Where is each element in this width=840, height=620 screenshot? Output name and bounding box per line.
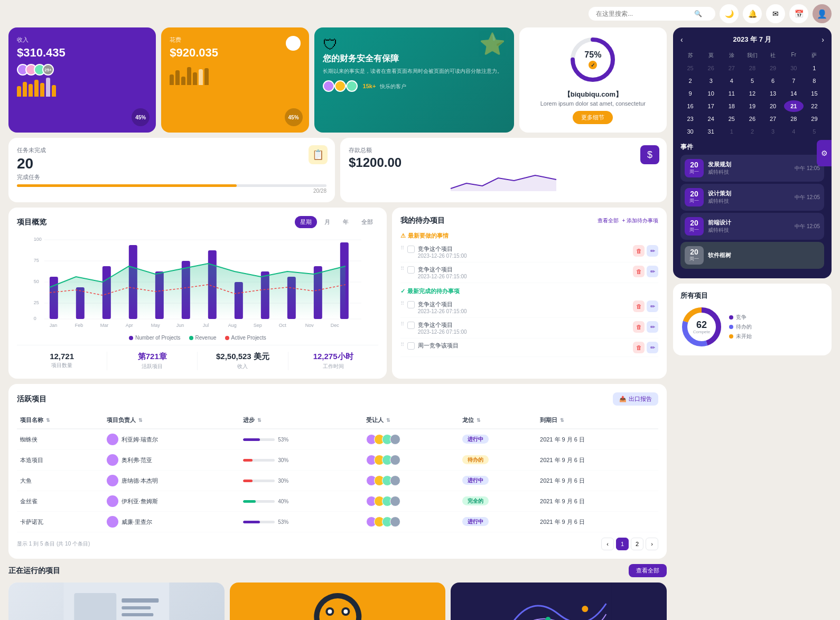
todo-add-button[interactable]: + 添加待办事项	[622, 217, 658, 224]
calendar-day[interactable]: 29	[805, 113, 824, 125]
legend-not-started: 未开始	[729, 333, 752, 340]
todo-checkbox[interactable]	[407, 246, 415, 253]
page-1-button[interactable]: 1	[616, 538, 629, 550]
calendar-day[interactable]: 3	[701, 75, 721, 87]
filter-tab-week[interactable]: 星期	[295, 216, 317, 228]
calendar-day[interactable]: 31	[701, 126, 721, 137]
filter-tab-year[interactable]: 年	[338, 216, 354, 228]
user-avatar[interactable]: 👤	[813, 4, 832, 23]
drag-handle[interactable]: ⠿	[400, 266, 404, 271]
next-page-button[interactable]: ›	[646, 538, 658, 550]
sort-icon[interactable]: ⇅	[138, 418, 143, 423]
calendar-day[interactable]: 8	[805, 75, 824, 87]
calendar-next-button[interactable]: ›	[822, 35, 824, 44]
settings-float-button[interactable]: ⚙	[817, 140, 832, 166]
section-row-main: 项目概览 星期 月 年 全部 100 75 50	[8, 208, 667, 379]
prev-page-button[interactable]: ‹	[601, 538, 614, 550]
filter-tab-month[interactable]: 月	[319, 216, 335, 228]
todo-delete-button[interactable]: 🗑	[633, 266, 645, 277]
calendar-day[interactable]: 2	[680, 75, 700, 87]
calendar-day[interactable]: 9	[680, 88, 700, 99]
todo-checkbox[interactable]	[407, 266, 415, 274]
task-count: 20	[17, 155, 326, 172]
bell-icon[interactable]: 🔔	[743, 4, 762, 23]
calendar-day[interactable]: 22	[805, 100, 824, 112]
calendar-day[interactable]: 26	[742, 113, 762, 125]
todo-delete-button[interactable]: 🗑	[633, 342, 645, 353]
calendar-day[interactable]: 4	[722, 75, 741, 87]
calendar-day[interactable]: 25	[722, 113, 741, 125]
more-details-button[interactable]: 更多细节	[573, 111, 613, 124]
calendar-day[interactable]: 5	[805, 126, 824, 137]
calendar-day[interactable]: 18	[722, 100, 741, 112]
todo-edit-button[interactable]: ✏	[647, 266, 658, 277]
calendar-day[interactable]: 26	[701, 62, 721, 74]
calendar-day[interactable]: 23	[680, 113, 700, 125]
calendar-day[interactable]: 6	[763, 75, 783, 87]
calendar-day[interactable]: 16	[680, 100, 700, 112]
calendar-day[interactable]: 14	[784, 88, 804, 99]
calendar-prev-button[interactable]: ‹	[680, 35, 683, 44]
moon-icon[interactable]: 🌙	[720, 4, 739, 23]
calendar-day[interactable]: 1	[805, 62, 824, 74]
calendar-day[interactable]: 10	[701, 88, 721, 99]
calendar-day[interactable]: 19	[742, 100, 762, 112]
view-all-button[interactable]: 查看全部	[629, 564, 667, 577]
calendar-day[interactable]: 28	[742, 62, 762, 74]
calendar-day[interactable]: 30	[680, 126, 700, 137]
calendar-day[interactable]: 1	[722, 126, 741, 137]
sort-icon[interactable]: ⇅	[46, 418, 50, 423]
filter-tab-all[interactable]: 全部	[356, 216, 378, 228]
calendar-day[interactable]: 28	[784, 113, 804, 125]
calendar-day[interactable]: 27	[722, 62, 741, 74]
todo-edit-button[interactable]: ✏	[647, 342, 658, 353]
task-progress-bar	[17, 184, 326, 187]
todo-edit-button[interactable]: ✏	[647, 300, 658, 312]
calendar-day[interactable]: 29	[763, 62, 783, 74]
calendar-day[interactable]: 4	[784, 126, 804, 137]
todo-checkbox[interactable]	[407, 301, 415, 308]
drag-handle[interactable]: ⠿	[400, 342, 404, 347]
sort-icon[interactable]: ⇅	[560, 418, 564, 423]
circular-percent: 75% ✓	[584, 50, 601, 69]
calendar-day[interactable]: 25	[680, 62, 700, 74]
calendar-icon[interactable]: 📅	[789, 4, 808, 23]
search-box[interactable]: 🔍	[589, 7, 715, 21]
todo-delete-button[interactable]: 🗑	[633, 321, 645, 333]
todo-checkbox[interactable]	[407, 322, 415, 329]
calendar-day[interactable]: 11	[722, 88, 741, 99]
todo-checkbox[interactable]	[407, 342, 415, 350]
todo-view-all[interactable]: 查看全部	[598, 217, 619, 224]
todo-edit-button[interactable]: ✏	[647, 245, 658, 257]
todo-edit-button[interactable]: ✏	[647, 321, 658, 333]
calendar-day[interactable]: 15	[805, 88, 824, 99]
calendar-day[interactable]: 3	[763, 126, 783, 137]
calendar-day[interactable]: 17	[701, 100, 721, 112]
calendar-day[interactable]: 27	[763, 113, 783, 125]
sort-icon[interactable]: ⇅	[477, 418, 481, 423]
export-report-button[interactable]: 📤 出口报告	[613, 392, 658, 406]
calendar-day[interactable]: 13	[763, 88, 783, 99]
search-input[interactable]	[596, 10, 691, 17]
calendar-day[interactable]: 24	[701, 113, 721, 125]
calendar-day[interactable]: 5	[742, 75, 762, 87]
sort-icon[interactable]: ⇅	[386, 418, 390, 423]
drag-handle[interactable]: ⠿	[400, 300, 404, 306]
calendar-day[interactable]: 2	[742, 126, 762, 137]
todo-delete-button[interactable]: 🗑	[633, 300, 645, 312]
calendar-day[interactable]: 7	[784, 75, 804, 87]
svg-rect-38	[74, 593, 116, 620]
drag-handle[interactable]: ⠿	[400, 321, 404, 327]
calendar-day[interactable]: 30	[784, 62, 804, 74]
add-expense-button[interactable]: +	[286, 36, 301, 51]
todo-delete-button[interactable]: 🗑	[633, 245, 645, 257]
mail-icon[interactable]: ✉	[766, 4, 785, 23]
calendar-day[interactable]: 20	[763, 100, 783, 112]
drag-handle[interactable]: ⠿	[400, 245, 404, 251]
calendar-day[interactable]: 12	[742, 88, 762, 99]
cell-manager: 威廉·里查尔	[104, 512, 240, 532]
page-2-button[interactable]: 2	[631, 538, 643, 550]
active-projects-title: 活跃项目	[17, 394, 46, 404]
sort-icon[interactable]: ⇅	[257, 418, 262, 423]
calendar-day[interactable]: 21	[784, 100, 804, 112]
